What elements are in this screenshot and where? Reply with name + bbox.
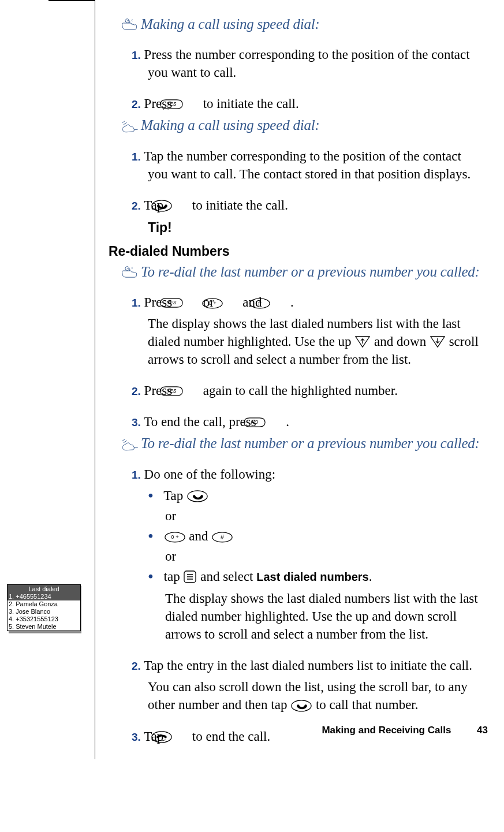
rd2-bullet1: • Tap bbox=[148, 487, 481, 505]
step-number: 1. bbox=[132, 151, 141, 163]
rd2-step2-cont: You can also scroll down the list, using… bbox=[148, 678, 481, 714]
sd1-step1: 1. Press the number corresponding to the… bbox=[132, 46, 481, 81]
redial-touch-title: To re-dial the last number or a previous… bbox=[121, 435, 481, 452]
redialed-heading: Re-dialed Numbers bbox=[109, 244, 481, 259]
step-number: 2. bbox=[132, 385, 141, 397]
redial-keypad-title-text: To re-dial the last number or a previous… bbox=[141, 264, 480, 279]
step-text: To end the call, press bbox=[144, 415, 259, 429]
sd2-step2: 2. Tap to initiate the call. bbox=[132, 196, 481, 214]
keypad-hand-icon bbox=[121, 18, 140, 32]
svg-text:0 +: 0 + bbox=[208, 300, 216, 306]
call-key-icon bbox=[290, 699, 312, 712]
rd2-step1: 1. Do one of the following: bbox=[132, 465, 481, 483]
speed-dial-touch-title: Making a call using speed dial: bbox=[121, 117, 481, 133]
svg-text:#: # bbox=[258, 300, 262, 307]
call-key-icon bbox=[186, 490, 208, 503]
hash-key-icon: # bbox=[265, 296, 287, 309]
yes-key-icon: YES bbox=[176, 96, 200, 107]
step-text: . bbox=[286, 415, 289, 429]
redial-keypad-title: To re-dial the last number or a previous… bbox=[121, 264, 481, 280]
svg-text:YES: YES bbox=[166, 389, 176, 394]
bullet-text: . bbox=[369, 569, 372, 584]
rd2-bullet3: • tap and select Last dialed numbers. bbox=[148, 568, 481, 586]
step-number: 2. bbox=[132, 660, 141, 672]
redial-touch-title-text: To re-dial the last number or a previous… bbox=[141, 435, 480, 451]
speed-dial-keypad-title: Making a call using speed dial: bbox=[121, 16, 481, 32]
step-number: 3. bbox=[132, 731, 141, 743]
step-text: and down bbox=[374, 334, 430, 349]
phone-row: 3. Jose Blanco bbox=[8, 608, 80, 615]
step-text: to end the call. bbox=[192, 729, 270, 744]
rd2-bullet2: • 0 + and # bbox=[148, 527, 481, 546]
page-number: 43 bbox=[477, 725, 488, 736]
svg-text:YES: YES bbox=[166, 300, 176, 305]
rd2-step2: 2. Tap the entry in the last dialed numb… bbox=[132, 656, 481, 674]
phone-row: 4. +35321555123 bbox=[8, 615, 80, 623]
page-footer: Making and Receiving Calls 43 bbox=[322, 725, 488, 736]
phone-row: 2. Pamela Gonza bbox=[8, 600, 80, 608]
svg-point-9 bbox=[188, 491, 207, 502]
up-arrow-key-icon bbox=[354, 335, 371, 348]
step-text: to initiate the call. bbox=[192, 198, 288, 212]
keypad-hand-icon bbox=[121, 266, 140, 280]
svg-text:0 +: 0 + bbox=[171, 533, 179, 540]
top-rule bbox=[48, 0, 95, 1]
bullet-text: Tap bbox=[163, 488, 186, 503]
no-key-icon: NO bbox=[259, 415, 282, 425]
rd1-step2: 2. Press YES again to call the highlight… bbox=[132, 382, 481, 400]
step-text: Tap the entry in the last dialed numbers… bbox=[144, 658, 472, 673]
bullet-icon: • bbox=[148, 527, 154, 545]
bullet-icon: • bbox=[148, 568, 154, 585]
call-key-icon bbox=[167, 199, 189, 212]
yes-key-icon: YES bbox=[176, 383, 200, 394]
svg-text:YES: YES bbox=[166, 102, 176, 107]
step-text: again to call the highlighted number. bbox=[203, 383, 398, 398]
last-dialed-label: Last dialed numbers bbox=[256, 570, 369, 583]
chapter-title: Making and Receiving Calls bbox=[322, 725, 451, 736]
bullet-icon: • bbox=[148, 487, 154, 505]
phone-screen-header: Last dialed bbox=[8, 585, 80, 593]
rd1-step3: 3. To end the call, press NO . bbox=[132, 413, 481, 431]
speed-dial-touch-title-text: Making a call using speed dial: bbox=[141, 117, 320, 133]
yes-key-icon: YES bbox=[176, 295, 200, 305]
or-text: or bbox=[165, 509, 481, 524]
step-text: Tap the number corresponding to the posi… bbox=[144, 149, 471, 181]
step-number: 2. bbox=[132, 98, 141, 110]
sd1-step2: 2. Press YES to initiate the call. bbox=[132, 95, 481, 113]
rd2-step1-cont: The display shows the last dialed number… bbox=[165, 590, 481, 643]
phone-screen-illustration: Last dialed 1. +465551234 2. Pamela Gonz… bbox=[7, 584, 80, 631]
phone-row: 5. Steven Mutele bbox=[8, 623, 80, 630]
menu-key-icon bbox=[183, 570, 197, 584]
or-text: or bbox=[165, 549, 481, 564]
step-number: 2. bbox=[132, 200, 141, 212]
down-arrow-key-icon bbox=[430, 335, 446, 348]
sd2-step1: 1. Tap the number corresponding to the p… bbox=[132, 147, 481, 183]
zero-key-icon: 0 + bbox=[218, 296, 240, 309]
tip-label: Tip! bbox=[148, 220, 481, 236]
touch-hand-icon bbox=[121, 120, 140, 134]
phone-row-highlighted: 1. +465551234 bbox=[8, 593, 80, 600]
bullet-text: and bbox=[189, 529, 211, 543]
step-text: Press the number corresponding to the po… bbox=[144, 47, 470, 80]
bullet-text: tap bbox=[164, 569, 184, 584]
zero-key-icon: 0 + bbox=[164, 530, 186, 543]
svg-point-18 bbox=[292, 700, 311, 711]
svg-text:NO: NO bbox=[251, 420, 259, 426]
step-text: . bbox=[290, 295, 294, 309]
step-text: to call that number. bbox=[316, 697, 419, 712]
rd1-step1-cont: The display shows the last dialed number… bbox=[148, 315, 481, 368]
bullet-text: and select bbox=[200, 569, 256, 584]
step-number: 1. bbox=[132, 49, 141, 61]
step-number: 1. bbox=[132, 469, 141, 481]
rd1-step1: 1. Press YES or 0 + and # . bbox=[132, 293, 481, 311]
svg-point-1 bbox=[152, 200, 171, 211]
margin-rule bbox=[95, 0, 95, 759]
step-number: 3. bbox=[132, 416, 141, 428]
touch-hand-icon bbox=[121, 438, 140, 452]
step-text: to initiate the call. bbox=[203, 96, 299, 111]
svg-text:#: # bbox=[221, 533, 225, 540]
speed-dial-keypad-title-text: Making a call using speed dial: bbox=[141, 16, 320, 32]
hash-key-icon: # bbox=[211, 530, 233, 543]
step-text: Do one of the following: bbox=[144, 467, 275, 482]
end-call-key-icon bbox=[167, 730, 189, 744]
